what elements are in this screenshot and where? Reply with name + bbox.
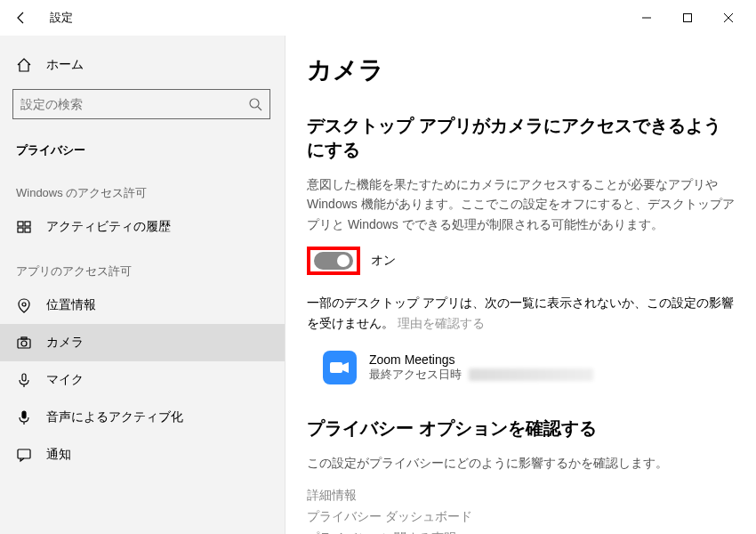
learn-why-link[interactable]: 理由を確認する [398, 316, 485, 330]
search-input[interactable] [20, 97, 248, 111]
svg-rect-1 [684, 14, 692, 22]
location-icon [16, 297, 32, 313]
app-name: Zoom Meetings [369, 352, 593, 367]
svg-rect-4 [18, 222, 23, 226]
sidebar-item-label: カメラ [46, 335, 84, 351]
home-icon [16, 57, 32, 73]
sidebar-item-microphone[interactable]: マイク [0, 361, 285, 399]
svg-point-2 [250, 99, 259, 108]
section-privacy-options-title: プライバシー オプションを確認する [307, 417, 735, 441]
link-privacy-statement[interactable]: プライバシーに関する声明 [307, 528, 735, 534]
search-box[interactable] [12, 89, 270, 119]
svg-rect-7 [25, 228, 30, 232]
window-title: 設定 [50, 10, 73, 26]
svg-rect-17 [330, 362, 342, 373]
svg-line-3 [258, 107, 261, 110]
svg-rect-11 [21, 337, 27, 339]
toggle-knob [337, 255, 350, 267]
sidebar-item-voice-activation[interactable]: 音声によるアクティブ化 [0, 399, 285, 436]
toggle-highlight-frame [307, 247, 360, 275]
sidebar: ホーム プライバシー Windows のアクセス許可 アクティビティの履歴 アプ… [0, 36, 285, 534]
sidebar-section-privacy: プライバシー [0, 132, 285, 167]
sidebar-group-app-perms: アプリのアクセス許可 [0, 246, 285, 287]
link-privacy-dashboard[interactable]: プライバシー ダッシュボード [307, 506, 735, 528]
app-last-access-label: 最終アクセス日時 [369, 367, 462, 383]
section-desktop-apps-title: デスクトップ アプリがカメラにアクセスできるようにする [307, 114, 735, 162]
link-more-info[interactable]: 詳細情報 [307, 485, 735, 506]
sidebar-item-label: 音声によるアクティブ化 [46, 409, 183, 425]
app-list-item: Zoom Meetings 最終アクセス日時 [307, 345, 735, 390]
maximize-button[interactable] [667, 4, 708, 32]
sidebar-item-label: マイク [46, 372, 84, 388]
app-last-access-value-redacted [469, 368, 593, 381]
svg-rect-16 [18, 449, 30, 458]
svg-point-8 [22, 303, 26, 306]
svg-rect-12 [22, 374, 26, 381]
svg-point-10 [21, 341, 27, 346]
svg-rect-6 [18, 228, 23, 232]
svg-rect-5 [25, 222, 30, 226]
minimize-button[interactable] [626, 4, 667, 32]
sidebar-item-camera[interactable]: カメラ [0, 324, 285, 361]
microphone-icon [16, 372, 32, 388]
desktop-apps-note: 一部のデスクトップ アプリは、次の一覧に表示されないか、この設定の影響を受けませ… [307, 293, 735, 333]
section-desktop-apps-desc: 意図した機能を果たすためにカメラにアクセスすることが必要なアプリや Window… [307, 174, 735, 234]
sidebar-group-windows-perms: Windows のアクセス許可 [0, 167, 285, 208]
camera-icon [16, 335, 32, 351]
sidebar-item-label: 通知 [46, 447, 71, 463]
sidebar-home-label: ホーム [46, 57, 84, 73]
content-area: カメラ デスクトップ アプリがカメラにアクセスできるようにする 意図した機能を果… [285, 36, 756, 534]
sidebar-item-notifications[interactable]: 通知 [0, 436, 285, 473]
activity-history-icon [16, 219, 32, 235]
sidebar-home[interactable]: ホーム [0, 50, 285, 80]
svg-rect-14 [22, 411, 26, 418]
close-button[interactable] [708, 4, 749, 32]
zoom-app-icon [323, 351, 357, 384]
sidebar-item-label: 位置情報 [46, 297, 96, 313]
search-icon [248, 97, 262, 111]
camera-access-toggle[interactable] [314, 252, 353, 270]
sidebar-item-location[interactable]: 位置情報 [0, 287, 285, 324]
titlebar: 設定 [0, 0, 756, 36]
page-title: カメラ [307, 53, 735, 87]
toggle-state-label: オン [371, 253, 396, 269]
sidebar-item-label: アクティビティの履歴 [46, 219, 171, 235]
notifications-icon [16, 447, 32, 463]
section-privacy-options-desc: この設定がプライバシーにどのように影響するかを確認します。 [307, 453, 735, 473]
voice-activation-icon [16, 409, 32, 425]
sidebar-item-activity-history[interactable]: アクティビティの履歴 [0, 208, 285, 246]
back-button[interactable] [7, 4, 36, 32]
